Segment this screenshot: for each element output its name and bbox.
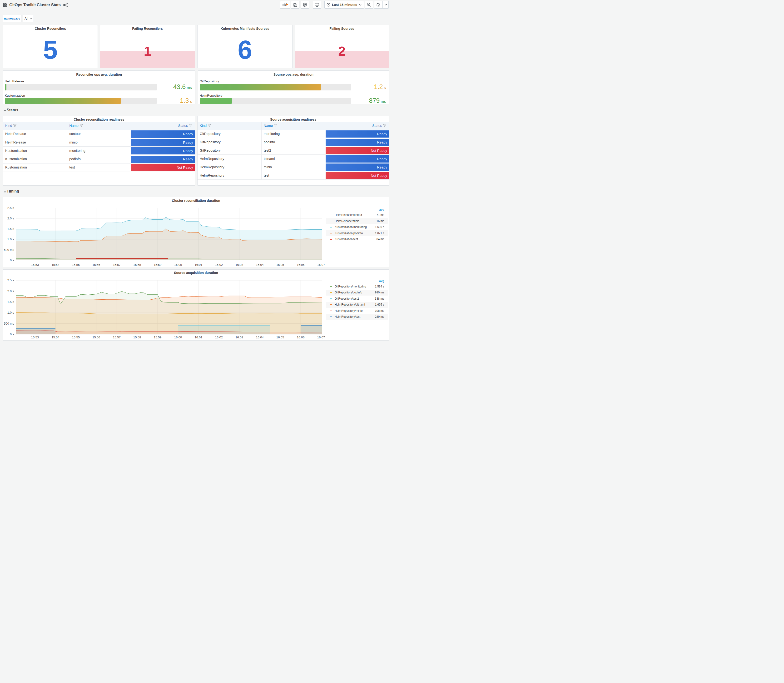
svg-text:500 ms: 500 ms [4,248,14,252]
svg-text:16:01: 16:01 [195,335,202,339]
svg-text:0 s: 0 s [10,258,14,262]
svg-text:16:03: 16:03 [236,335,243,339]
svg-text:2.0 s: 2.0 s [7,289,14,293]
svg-text:15:58: 15:58 [133,263,141,266]
svg-text:15:54: 15:54 [52,263,59,266]
svg-text:16:05: 16:05 [276,263,284,266]
svg-text:1.5 s: 1.5 s [7,227,14,231]
svg-text:16:00: 16:00 [174,335,182,339]
svg-text:500 ms: 500 ms [4,322,14,325]
svg-text:15:57: 15:57 [113,263,121,266]
svg-text:16:06: 16:06 [297,335,305,339]
svg-text:15:56: 15:56 [92,335,100,339]
svg-text:16:05: 16:05 [276,335,284,339]
svg-text:16:06: 16:06 [297,263,305,266]
svg-text:16:01: 16:01 [195,263,202,266]
svg-text:16:00: 16:00 [174,263,182,266]
svg-text:2.0 s: 2.0 s [7,216,14,220]
svg-text:15:58: 15:58 [133,335,141,339]
svg-text:16:07: 16:07 [317,335,325,339]
svg-text:15:54: 15:54 [52,335,59,339]
svg-text:16:02: 16:02 [215,335,223,339]
svg-text:15:53: 15:53 [31,335,39,339]
svg-text:16:02: 16:02 [215,263,223,266]
svg-text:15:59: 15:59 [154,335,162,339]
svg-text:15:56: 15:56 [92,263,100,266]
svg-text:16:03: 16:03 [236,263,243,266]
svg-text:1.0 s: 1.0 s [7,311,14,314]
svg-text:2.5 s: 2.5 s [7,206,14,210]
svg-text:15:57: 15:57 [113,335,121,339]
svg-text:15:53: 15:53 [31,263,39,266]
svg-text:16:04: 16:04 [256,335,264,339]
svg-text:16:04: 16:04 [256,263,264,266]
svg-text:15:55: 15:55 [72,263,80,266]
svg-text:15:59: 15:59 [154,263,162,266]
svg-text:0 s: 0 s [10,332,14,336]
svg-text:16:07: 16:07 [317,263,325,266]
svg-text:15:55: 15:55 [72,335,80,339]
svg-text:1.0 s: 1.0 s [7,237,14,241]
svg-text:1.5 s: 1.5 s [7,300,14,304]
svg-text:2.5 s: 2.5 s [7,279,14,282]
